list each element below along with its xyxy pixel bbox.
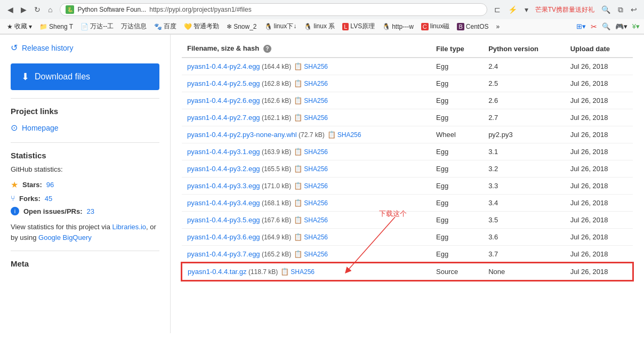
copy-icon: 📋: [294, 148, 302, 156]
bookmark-snow[interactable]: ❄ Snow_2: [224, 22, 259, 31]
history-back-button[interactable]: ↩: [628, 4, 640, 15]
statistics-title: Statistics: [11, 151, 159, 160]
sha-link[interactable]: 📋 SHA256: [294, 165, 328, 173]
bookmark-http[interactable]: 🐧 http---w: [380, 22, 416, 31]
python-cell: 2.5: [483, 75, 565, 92]
file-link[interactable]: pyasn1-0.4.4-py2.7.egg: [187, 114, 260, 122]
files-table: Filename, size & hash ? File type Python…: [181, 40, 633, 281]
file-size: (162.1 kB): [260, 114, 292, 122]
share-button[interactable]: ⊏: [492, 4, 503, 15]
upload-cell: Jul 26, 2018: [565, 92, 633, 109]
bookmark-linux-dl[interactable]: 🐧 linux下↓: [262, 21, 300, 32]
site-name: Python Software Foun...: [77, 6, 146, 13]
browser-toolbar: ◀ ▶ ↻ ⌂ 🐍 Python Software Foun... https:…: [0, 0, 644, 19]
window-button[interactable]: ⧉: [615, 4, 626, 16]
file-link[interactable]: pyasn1-0.4.4-py3.6.egg: [187, 233, 260, 241]
copy-icon: 📋: [294, 182, 302, 190]
divider-2: [11, 142, 159, 143]
bookmark-shengt[interactable]: 📁 Sheng T: [37, 22, 76, 31]
sha-link[interactable]: 📋 SHA256: [294, 182, 328, 190]
file-size: (168.1 kB): [260, 199, 292, 207]
search-button[interactable]: 🔍: [599, 4, 613, 15]
sha-link[interactable]: 📋 SHA256: [294, 79, 328, 87]
copy-icon: 📋: [294, 233, 302, 241]
libraries-link[interactable]: Libraries.io: [112, 223, 147, 231]
upload-cell: Jul 26, 2018: [565, 178, 633, 195]
bookmark-linux-sys[interactable]: 🐧 linux 系: [301, 21, 337, 32]
filetype-cell: Egg: [431, 92, 483, 109]
back-button[interactable]: ◀: [4, 3, 17, 16]
linux2-icon: 🐧: [304, 23, 312, 30]
bookmark-zhitong[interactable]: 💛 智通考勤: [181, 21, 222, 32]
upload-cell: Jul 26, 2018: [565, 58, 633, 75]
bookmark-centos[interactable]: B CentOS: [454, 22, 491, 31]
file-link[interactable]: pyasn1-0.4.4-py3.3.egg: [187, 182, 260, 190]
file-link[interactable]: pyasn1-0.4.4-py2.6.egg: [187, 96, 260, 104]
sha-link[interactable]: 📋 SHA256: [294, 233, 328, 241]
python-cell: 2.6: [483, 92, 565, 109]
issues-link[interactable]: 23: [87, 207, 94, 215]
table-row: pyasn1-0.4.4-py3.6.egg (164.9 kB)📋 SHA25…: [182, 229, 633, 246]
refresh-button[interactable]: ↻: [31, 3, 44, 16]
sha-link[interactable]: 📋 SHA256: [294, 148, 328, 156]
sha-link[interactable]: 📋 SHA256: [294, 250, 328, 258]
game-icon[interactable]: 🎮▾: [615, 22, 627, 30]
extensions-button[interactable]: ⊞▾: [576, 22, 586, 30]
search2-icon[interactable]: 🔍: [602, 22, 610, 30]
file-link[interactable]: pyasn1-0.4.4.tar.gz: [188, 268, 247, 276]
file-link[interactable]: pyasn1-0.4.4-py3.7.egg: [187, 250, 260, 258]
file-link[interactable]: pyasn1-0.4.4-py3.2.egg: [187, 165, 260, 173]
bigquery-link[interactable]: Google BigQuery: [38, 234, 92, 242]
file-link[interactable]: pyasn1-0.4.4-py3.5.egg: [187, 216, 260, 224]
tools-icon[interactable]: ✂: [591, 22, 597, 31]
sha-link[interactable]: 📋 SHA256: [294, 96, 328, 104]
sha-link[interactable]: 📋 SHA256: [327, 131, 361, 139]
forward-button[interactable]: ▶: [18, 3, 30, 16]
help-icon[interactable]: ?: [263, 45, 271, 53]
yuan-icon[interactable]: ¥▾: [632, 22, 640, 30]
python-cell: 3.1: [483, 143, 565, 160]
release-history-link[interactable]: ↺ Release history: [11, 40, 159, 55]
table-row: pyasn1-0.4.4-py3.2.egg (165.5 kB)📋 SHA25…: [182, 160, 633, 178]
sha-link[interactable]: 📋 SHA256: [294, 199, 328, 207]
homepage-link[interactable]: ⊙ Homepage: [11, 121, 159, 134]
bookmark-more[interactable]: »: [494, 22, 503, 31]
file-cell: pyasn1-0.4.4-py3.1.egg (163.9 kB)📋 SHA25…: [182, 143, 431, 160]
file-link[interactable]: pyasn1-0.4.4-py3.1.egg: [187, 148, 260, 156]
bookmark-wanda-info[interactable]: 万达信息: [118, 21, 149, 32]
file-link[interactable]: pyasn1-0.4.4-py3.4.egg: [187, 199, 260, 207]
table-row: pyasn1-0.4.4-py2.7.egg (162.1 kB)📋 SHA25…: [182, 109, 633, 126]
sidebar-nav: ↺ Release history: [11, 40, 159, 55]
file-link[interactable]: pyasn1-0.4.4-py2.4.egg: [187, 62, 260, 70]
lightning-button[interactable]: ⚡: [505, 4, 520, 15]
sha-link[interactable]: 📋 SHA256: [294, 216, 328, 224]
col-python: Python version: [483, 40, 565, 58]
stars-link[interactable]: 96: [46, 181, 54, 189]
copy-icon: 📋: [280, 268, 289, 276]
bookmark-linux-mag[interactable]: C linux磁: [418, 21, 453, 32]
bookmark-wanda-tool[interactable]: 📄 万达--工: [78, 21, 116, 32]
sha-link[interactable]: 📋 SHA256: [294, 114, 328, 122]
file-size: (165.5 kB): [260, 165, 292, 173]
dropdown-button[interactable]: ▾: [522, 4, 531, 15]
filetype-cell: Egg: [431, 229, 483, 246]
sha-link[interactable]: 📋 SHA256: [280, 268, 315, 276]
upload-cell: Jul 26, 2018: [565, 126, 633, 143]
home-button[interactable]: ⌂: [45, 3, 55, 16]
table-row: pyasn1-0.4.4-py3.5.egg (167.6 kB)📋 SHA25…: [182, 212, 633, 229]
table-body: pyasn1-0.4.4-py2.4.egg (164.4 kB)📋 SHA25…: [182, 58, 633, 280]
file-link[interactable]: pyasn1-0.4.4-py2.5.egg: [187, 79, 260, 87]
table-row: pyasn1-0.4.4-py2.6.egg (162.6 kB)📋 SHA25…: [182, 92, 633, 109]
bookmark-baidu[interactable]: 🐾 百度: [151, 21, 179, 32]
sha-link[interactable]: 📋 SHA256: [294, 62, 328, 70]
filetype-cell: Egg: [431, 75, 483, 92]
address-bar[interactable]: 🐍 Python Software Foun... https://pypi.o…: [60, 3, 487, 16]
forks-link[interactable]: 45: [45, 195, 52, 203]
bookmark-lvs[interactable]: L LVS原理: [340, 21, 377, 32]
file-link[interactable]: pyasn1-0.4.4-py2.py3-none-any.whl: [187, 131, 297, 139]
table-row: pyasn1-0.4.4-py3.3.egg (171.0 kB)📋 SHA25…: [182, 178, 633, 195]
file-size: (72.7 kB): [297, 131, 325, 139]
download-files-button[interactable]: ⬇ Download files: [11, 63, 159, 90]
filetype-cell: Wheel: [431, 126, 483, 143]
bookmark-favorites[interactable]: ★ 收藏▾: [4, 21, 35, 32]
